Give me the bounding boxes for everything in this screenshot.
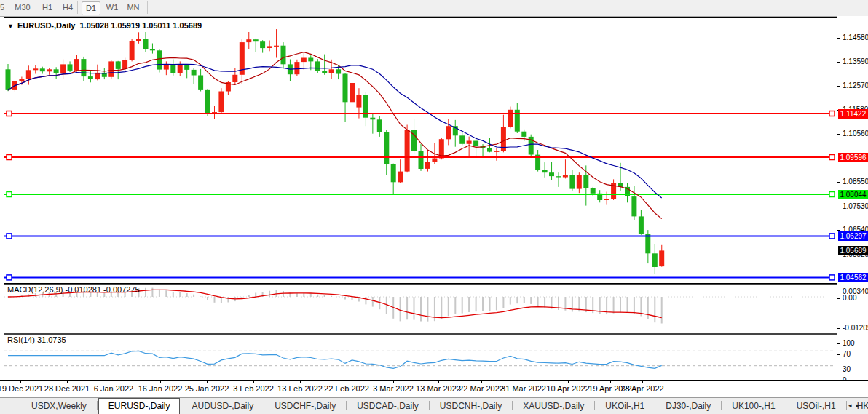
chart-title: ▼EURUSD-,Daily 1.05028 1.05919 1.05011 1… — [7, 21, 202, 30]
rsi-tick-label: 30 — [843, 365, 851, 373]
chart-tab-ukoil-h1[interactable]: UKOil-,H1 — [596, 399, 654, 414]
date-tick-mark — [300, 381, 301, 383]
chart-tab-usdcad-daily[interactable]: USDCAD-,Daily — [347, 399, 428, 414]
timeframe-button-m30[interactable]: M30 — [12, 1, 33, 14]
timeframe-button-d1[interactable]: D1 — [82, 1, 100, 15]
timeframe-button-h4[interactable]: H4 — [60, 1, 76, 14]
tab-separator — [786, 401, 786, 410]
timeframe-button-h1[interactable]: H1 — [39, 1, 55, 14]
chart-tab-usdx-weekly[interactable]: USDX,Weekly — [22, 399, 96, 414]
rsi-pane[interactable] — [4, 333, 837, 381]
price-axis[interactable]: 1.145801.135901.125701.115801.105601.095… — [837, 16, 868, 397]
date-tick-mark — [67, 381, 68, 383]
macd-label: MACD(12,26,9) -0.010281 -0.007275 — [7, 285, 140, 294]
price-tick-label: 1.08550 — [843, 178, 868, 186]
chart-tab-usoil-h1[interactable]: USOil-,H1 — [787, 399, 845, 414]
date-tick-mark — [481, 381, 482, 383]
date-label: 3 Mar 2022 — [373, 384, 414, 393]
date-label: 28 Apr 2022 — [620, 384, 663, 393]
tab-separator — [264, 401, 264, 410]
chart-symbol: EURUSD-,Daily — [17, 21, 75, 30]
date-label: 13 Feb 2022 — [277, 384, 323, 393]
timeframe-button-5[interactable]: 5 — [0, 1, 7, 14]
tab-separator — [346, 401, 347, 410]
macd-tick-mark — [837, 292, 840, 292]
date-tick-mark — [160, 381, 161, 383]
chart-tab-dj30-daily[interactable]: DJ30-,Daily — [656, 399, 720, 414]
timeframe-button-w1[interactable]: W1 — [103, 1, 121, 14]
date-label: 31 Mar 2022 — [501, 384, 546, 393]
date-tick-mark — [438, 381, 439, 383]
price-tick-mark — [837, 207, 840, 207]
date-label: 25 Jan 2022 — [185, 384, 229, 393]
tab-scroll-left-icon[interactable]: ◂ — [848, 402, 856, 409]
date-tick-mark — [393, 381, 394, 383]
chart-tab-bar: USDX,WeeklyEURUSD-,DailyAUDUSD-,DailyUSD… — [0, 397, 868, 414]
date-label: 22 Feb 2022 — [324, 384, 369, 393]
date-tick-mark — [347, 381, 347, 383]
macd-tick-label: 0.00 — [843, 294, 856, 302]
chart-tab-xauusd-daily[interactable]: XAUUSD-,Daily — [513, 399, 593, 414]
rsi-tick-mark — [837, 370, 840, 370]
date-label: 19 Dec 2021 — [0, 384, 43, 393]
date-tick-mark — [524, 381, 524, 383]
date-label: 3 Feb 2022 — [233, 384, 274, 393]
rsi-tick-mark — [837, 343, 840, 344]
tab-separator — [181, 401, 181, 410]
trading-terminal-window: { "toolbar": { "buttons": ["5","M30","H1… — [0, 0, 868, 414]
hline-price-tag: 1.06297 — [838, 231, 868, 241]
tab-separator — [846, 401, 847, 410]
date-label: 28 Dec 2021 — [44, 384, 90, 393]
chart-tab-uk100-h1[interactable]: UK100-,H1 — [722, 399, 784, 414]
toolbar-separator — [147, 1, 148, 14]
chart-menu-caret-icon[interactable]: ▼ — [7, 23, 14, 30]
date-label: 6 Jan 2022 — [94, 384, 133, 393]
price-tick-label: 1.14580 — [843, 33, 868, 41]
macd-tick-mark — [837, 328, 840, 329]
price-tick-mark — [837, 62, 840, 63]
date-tick-mark — [20, 381, 21, 383]
main-chart-pane[interactable] — [4, 17, 837, 284]
price-tick-label: 1.07530 — [843, 202, 868, 210]
tab-scroll-right-icon[interactable]: ▸ — [856, 402, 864, 409]
date-tick-mark — [568, 381, 569, 383]
tab-separator — [512, 401, 513, 410]
date-label: 10 Apr 2022 — [546, 384, 589, 393]
date-tick-mark — [642, 381, 643, 383]
current-price-tag: 1.05689 — [838, 246, 868, 255]
date-label: 16 Jan 2022 — [138, 384, 183, 393]
price-tick-label: 1.10560 — [843, 130, 868, 138]
chart-tab-usdchf-daily[interactable]: USDCHF-,Daily — [265, 399, 345, 414]
hline-price-tag: 1.09596 — [838, 153, 868, 162]
hline-price-tag: 1.08044 — [838, 190, 868, 199]
rsi-tick-label: 100 — [843, 339, 855, 347]
date-tick-mark — [114, 381, 114, 383]
rsi-tick-label: 70 — [843, 350, 851, 358]
date-tick-mark — [253, 381, 254, 383]
date-tick-mark — [207, 381, 208, 383]
rsi-label: RSI(14) 31.0735 — [7, 335, 66, 344]
chart-ohlc-values: 1.05028 1.05919 1.05011 1.05689 — [80, 21, 202, 30]
tab-separator — [655, 401, 655, 410]
price-tick-label: 1.13590 — [843, 57, 868, 65]
timeframe-button-mn[interactable]: MN — [124, 1, 143, 14]
chart-tab-audusd-daily[interactable]: AUDUSD-,Daily — [182, 399, 263, 414]
date-label: 22 Mar 2022 — [459, 384, 504, 393]
time-axis[interactable]: 19 Dec 202128 Dec 20216 Jan 202216 Jan 2… — [0, 380, 868, 398]
hline-price-tag: 1.04562 — [838, 273, 868, 282]
rsi-tick-mark — [837, 354, 840, 355]
tab-separator — [594, 401, 595, 410]
tab-separator — [429, 401, 430, 410]
price-tick-mark — [837, 182, 840, 183]
date-label: 13 Mar 2022 — [416, 384, 461, 393]
toolbar-separator — [77, 1, 78, 14]
rsi-plot — [4, 335, 835, 378]
chart-tab-usdcnh-daily[interactable]: USDCNH-,Daily — [430, 399, 511, 414]
price-tick-mark — [837, 134, 840, 135]
chart-tab-eurusd-daily[interactable]: EURUSD-,Daily — [98, 398, 181, 414]
date-tick-mark — [610, 381, 611, 383]
macd-tick-mark — [837, 298, 840, 299]
timeframe-toolbar: 5M30H1H4D1W1MN — [0, 0, 868, 17]
macd-tick-label: -0.012058 — [843, 324, 868, 332]
hline-price-tag: 1.11422 — [838, 109, 868, 119]
